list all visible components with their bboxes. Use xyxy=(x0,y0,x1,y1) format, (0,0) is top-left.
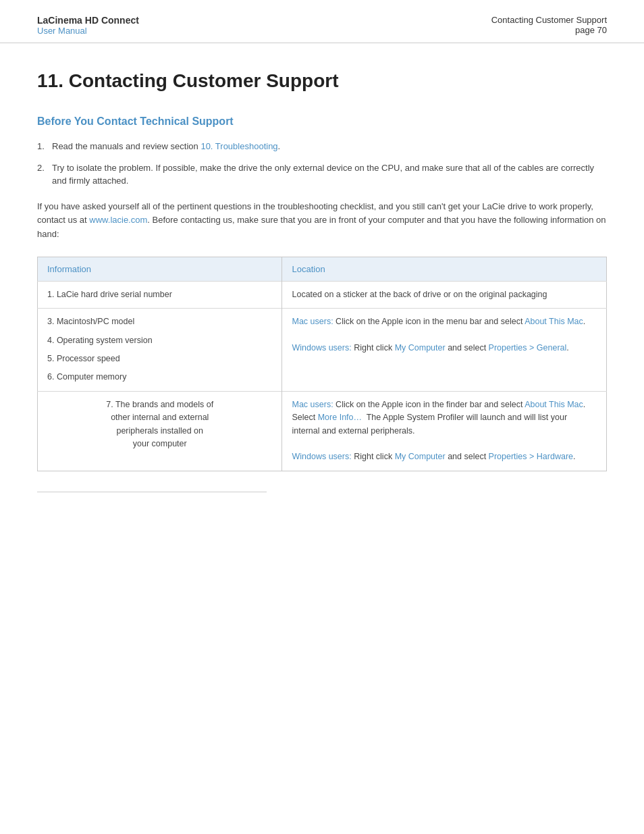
info-item-centered: 7. The brands and models ofother interna… xyxy=(47,398,272,451)
lacie-website-link[interactable]: www.lacie.com xyxy=(89,215,147,225)
info-cell: 7. The brands and models ofother interna… xyxy=(38,391,282,471)
bottom-divider xyxy=(37,492,267,492)
windows-users-label2: Windows users: xyxy=(292,452,351,461)
table-header-row: Information Location xyxy=(38,257,607,281)
mac-users-label2: Mac users: xyxy=(292,400,333,409)
section-title: Before You Contact Technical Support xyxy=(37,115,607,128)
table-row: 3. Macintosh/PC model 4. Operating syste… xyxy=(38,309,607,392)
table-row: 1. LaCie hard drive serial number Locate… xyxy=(38,281,607,308)
location-cell: Mac users: Click on the Apple icon in th… xyxy=(282,391,607,471)
page-container: LaCinema HD Connect User Manual Contacti… xyxy=(0,0,644,834)
col-header-information: Information xyxy=(38,257,282,281)
step-text: Try to isolate the problem. If possible,… xyxy=(52,161,607,188)
properties-general-label: Properties > General xyxy=(489,343,567,353)
header-manual-label: User Manual xyxy=(37,26,139,36)
chapter-number: 11. xyxy=(37,70,63,91)
step-text: Read the manuals and review section 10. … xyxy=(52,140,607,153)
info-item: 3. Macintosh/PC model xyxy=(47,315,272,328)
table-row: 7. The brands and models ofother interna… xyxy=(38,391,607,471)
info-item: 6. Computer memory xyxy=(47,371,272,384)
my-computer-label: My Computer xyxy=(395,343,446,353)
properties-hardware-label: Properties > Hardware xyxy=(489,452,573,461)
location-cell: Mac users: Click on the Apple icon in th… xyxy=(282,309,607,392)
list-item: 2. Try to isolate the problem. If possib… xyxy=(37,161,607,188)
header-section-name: Contacting Customer Support xyxy=(491,15,607,25)
header-page-number: page 70 xyxy=(575,25,607,35)
info-item: 5. Processor speed xyxy=(47,353,272,365)
main-content: 11. Contacting Customer Support Before Y… xyxy=(0,43,644,519)
info-cell: 1. LaCie hard drive serial number xyxy=(38,281,282,308)
info-cell: 3. Macintosh/PC model 4. Operating syste… xyxy=(38,309,282,392)
about-this-mac-link2: About This Mac xyxy=(525,400,583,409)
more-info-link: More Info… xyxy=(318,413,362,422)
information-table: Information Location 1. LaCie hard drive… xyxy=(37,257,607,471)
col-header-location: Location xyxy=(282,257,607,281)
my-computer-label2: My Computer xyxy=(395,452,446,461)
intro-paragraph: If you have asked yourself all of the pe… xyxy=(37,200,607,242)
chapter-name: Contacting Customer Support xyxy=(69,70,339,91)
steps-list: 1. Read the manuals and review section 1… xyxy=(37,140,607,188)
about-mac-link: About This Mac xyxy=(525,317,583,326)
info-item: 4. Operating system version xyxy=(47,334,272,347)
windows-users-label: Windows users: xyxy=(292,343,351,353)
page-header: LaCinema HD Connect User Manual Contacti… xyxy=(0,0,644,43)
step-number: 1. xyxy=(37,140,52,153)
header-left: LaCinema HD Connect User Manual xyxy=(37,15,139,36)
troubleshooting-link[interactable]: 10. Troubleshooting xyxy=(200,141,277,151)
location-cell: Located on a sticker at the back of driv… xyxy=(282,281,607,308)
header-product-title: LaCinema HD Connect xyxy=(37,15,139,26)
step-number: 2. xyxy=(37,161,52,188)
user-type-label: Mac users: xyxy=(292,317,333,326)
list-item: 1. Read the manuals and review section 1… xyxy=(37,140,607,153)
header-right: Contacting Customer Support page 70 xyxy=(491,15,607,35)
chapter-title: 11. Contacting Customer Support xyxy=(37,70,607,92)
